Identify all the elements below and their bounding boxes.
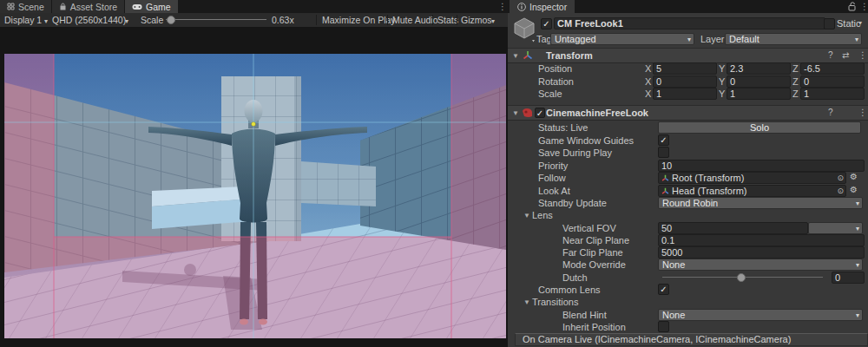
tab-asset-store[interactable]: Asset Store (52, 0, 125, 13)
chevron-down-icon: ▾ (687, 35, 691, 45)
game-render (4, 54, 506, 338)
dutch-slider-handle[interactable] (737, 273, 746, 282)
transitions-label: Transitions (532, 297, 578, 307)
follow-label: Follow (538, 173, 566, 183)
hard-zone-right-overlay[interactable] (451, 54, 506, 338)
rotation-x-field[interactable]: 0 (653, 75, 717, 88)
scale-slider-track[interactable] (166, 19, 266, 20)
save-during-play-label: Save During Play (538, 147, 612, 158)
tab-scene[interactable]: Scene (0, 0, 52, 13)
gear-icon[interactable]: ⚙ (850, 185, 858, 194)
scene-grid-icon (7, 3, 15, 10)
cinemachine-enabled-checkbox[interactable]: ✓ (535, 108, 545, 118)
gizmos-dropdown[interactable]: Gizmos (461, 15, 492, 25)
axis-z-label: Z (792, 63, 799, 74)
gameobject-active-checkbox[interactable]: ✓ (541, 18, 552, 29)
inspector-panel: Inspector ⋮ ✓ CM FreeLook1 Static ▾ Tag … (508, 0, 868, 347)
presets-icon[interactable]: ⇄ (842, 50, 849, 60)
scale-x-field[interactable]: 1 (653, 88, 717, 100)
hard-zone-left-overlay[interactable] (4, 54, 54, 338)
help-icon[interactable]: ? (828, 50, 833, 60)
standby-update-dropdown[interactable]: Round Robin ▾ (658, 197, 863, 209)
rotation-z-field[interactable]: 0 (800, 75, 865, 88)
gizmos-chevron-icon[interactable]: ▾ (491, 15, 495, 25)
static-checkbox[interactable] (824, 18, 835, 29)
near-clip-field[interactable]: 0.1 (658, 234, 865, 246)
chevron-down-icon: ▾ (856, 311, 859, 321)
dutch-label: Dutch (562, 272, 588, 283)
inspector-tab-bar: Inspector ⋮ (508, 0, 868, 13)
static-chevron-icon[interactable]: ▾ (858, 19, 862, 27)
transitions-foldout-icon[interactable]: ▼ (523, 298, 530, 306)
scale-value: 0.63x (272, 15, 294, 25)
inherit-position-checkbox[interactable] (658, 321, 669, 332)
scale-z-field[interactable]: 1 (800, 88, 865, 100)
gameobject-cube-icon[interactable] (513, 16, 537, 43)
tab-game[interactable]: Game (125, 0, 179, 13)
object-picker-icon[interactable]: ⊙ (837, 173, 844, 183)
axis-z-label: Z (792, 76, 799, 87)
layer-dropdown[interactable]: Default ▾ (725, 33, 862, 45)
foldout-icon[interactable]: ▼ (512, 52, 519, 60)
gear-icon[interactable]: ⚙ (850, 172, 858, 181)
tab-inspector-label: Inspector (529, 2, 567, 12)
fov-preset-dropdown[interactable]: ▾ (808, 222, 863, 234)
scale-y-field[interactable]: 1 (727, 88, 791, 100)
priority-field[interactable]: 10 (658, 160, 865, 172)
resolution-chevron-icon: ▾ (125, 15, 128, 25)
help-icon[interactable]: ? (828, 108, 833, 117)
mode-override-label: Mode Override (562, 259, 626, 270)
vertical-fov-field[interactable]: 50 (658, 222, 808, 234)
kebab-menu-icon[interactable]: ⋮ (858, 50, 867, 60)
game-panel-menu-icon[interactable]: ⋮ (498, 0, 507, 13)
resolution-dropdown[interactable]: QHD (2560x1440) (52, 15, 126, 25)
position-y-field[interactable]: 2.3 (727, 62, 791, 75)
standby-update-label: Standby Update (538, 198, 607, 208)
game-window-guides-checkbox[interactable]: ✓ (658, 134, 669, 146)
layer-label: Layer (700, 34, 725, 44)
gameobject-name-field[interactable]: CM FreeLook1 (554, 17, 825, 29)
rotation-y-field[interactable]: 0 (727, 75, 791, 88)
save-during-play-checkbox[interactable] (658, 147, 669, 158)
lens-foldout-icon[interactable]: ▼ (523, 212, 530, 219)
scale-slider-handle[interactable] (167, 16, 175, 24)
look-at-label: Look At (538, 186, 570, 196)
blend-hint-dropdown[interactable]: None ▾ (658, 309, 863, 321)
tag-dropdown[interactable]: Untagged ▾ (550, 33, 694, 45)
transform-header[interactable]: ▼ Transform ? ⇄ ⋮ (508, 48, 868, 63)
follow-object-field[interactable]: Root (Transform) ⊙ (658, 172, 846, 184)
position-z-field[interactable]: -6.5 (800, 62, 865, 75)
common-lens-checkbox[interactable]: ✓ (658, 284, 669, 295)
solo-button[interactable]: Solo (658, 121, 861, 134)
look-at-object-field[interactable]: Head (Transform) ⊙ (658, 185, 846, 197)
game-viewport[interactable] (4, 54, 506, 338)
tab-inspector[interactable]: Inspector (510, 0, 575, 13)
stats-button[interactable]: Stats (437, 15, 458, 25)
display-dropdown[interactable]: Display 1 ▾ (4, 15, 48, 25)
object-picker-icon[interactable]: ⊙ (837, 186, 844, 196)
axis-y-label: Y (719, 76, 725, 87)
lock-icon[interactable] (848, 2, 857, 11)
status-label: Status: Live (538, 122, 588, 133)
axis-y-label: Y (719, 88, 725, 99)
hard-zone-bottom-overlay[interactable] (54, 237, 451, 338)
scene-tab-bar: Scene Asset Store Game ⋮ (0, 0, 508, 13)
mute-audio-button[interactable]: Mute Audio (392, 15, 438, 25)
kebab-menu-icon[interactable]: ⋮ (858, 108, 867, 117)
scale-label: Scale (141, 15, 163, 25)
cinemachine-header[interactable]: ▼ ✓ CinemachineFreeLook ? ⋮ (508, 105, 868, 121)
scale-row-label: Scale (538, 88, 562, 99)
on-camera-live-event-header[interactable]: On Camera Live (ICinemachineCamera, ICin… (515, 333, 868, 346)
common-lens-label: Common Lens (538, 285, 601, 295)
dutch-value-field[interactable]: 0 (832, 272, 865, 284)
lens-label: Lens (532, 210, 553, 220)
soft-zone-overlay (54, 54, 451, 237)
transform-icon (523, 50, 533, 61)
position-label: Position (538, 63, 572, 74)
inspector-menu-icon[interactable]: ⋮ (860, 0, 868, 13)
far-clip-field[interactable]: 5000 (658, 246, 865, 259)
mode-override-dropdown[interactable]: None ▾ (658, 259, 863, 271)
maximize-on-play-button[interactable]: Maximize On Play (322, 15, 396, 25)
position-x-field[interactable]: 5 (653, 62, 717, 75)
foldout-icon[interactable]: ▼ (512, 109, 519, 117)
